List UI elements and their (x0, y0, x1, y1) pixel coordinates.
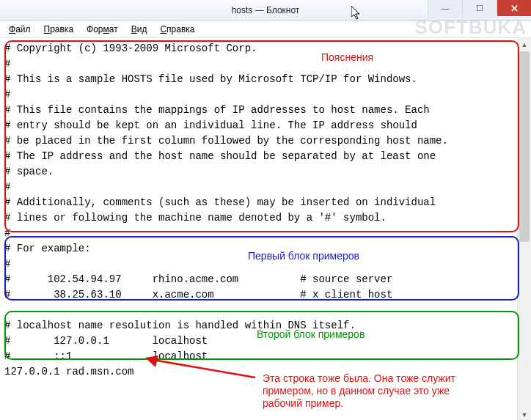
close-button[interactable]: ✕ (497, 0, 531, 16)
scrollbar-thumb[interactable] (519, 51, 530, 242)
scroll-down-arrow-icon[interactable]: ▼ (518, 408, 531, 420)
minimize-button[interactable]: — (428, 0, 462, 16)
maximize-button[interactable]: ☐ (462, 0, 497, 16)
notepad-window: hosts — Блокнот — ☐ ✕ SOFTBUKA Файл Прав… (0, 0, 531, 420)
menu-view[interactable]: Вид (127, 23, 152, 36)
menu-help[interactable]: Справка (155, 23, 199, 36)
client-area: # Copyright (c) 1993-2009 Microsoft Corp… (0, 38, 531, 420)
menu-format[interactable]: Формат (82, 23, 122, 36)
window-controls: — ☐ ✕ (428, 0, 531, 16)
vertical-scrollbar[interactable]: ▲ ▼ (517, 38, 531, 420)
menubar: Файл Правка Формат Вид Справка (0, 21, 531, 38)
menu-file[interactable]: Файл (4, 23, 35, 36)
scroll-up-arrow-icon[interactable]: ▲ (518, 38, 531, 51)
titlebar[interactable]: hosts — Блокнот — ☐ ✕ (0, 0, 531, 21)
text-editor[interactable]: # Copyright (c) 1993-2009 Microsoft Corp… (0, 38, 518, 420)
menu-edit[interactable]: Правка (40, 23, 78, 36)
